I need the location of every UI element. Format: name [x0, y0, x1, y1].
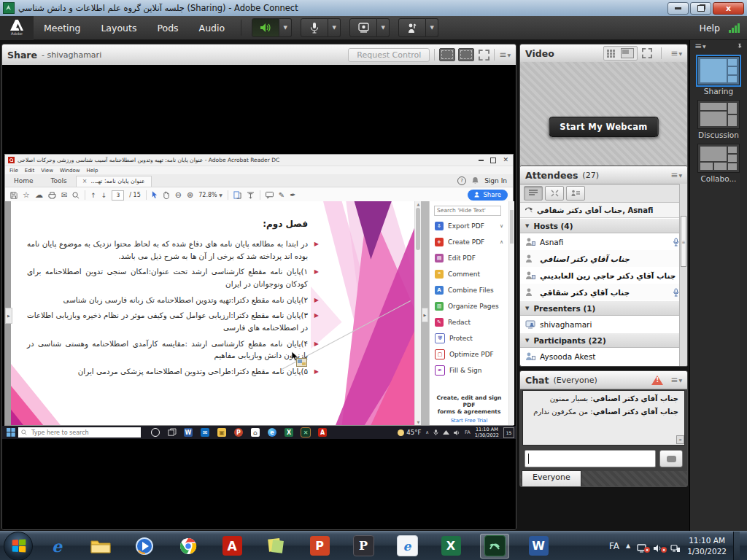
layout-discussion-thumbnail[interactable]	[697, 100, 740, 129]
taskbar-adobe-connect-icon[interactable]	[480, 534, 509, 559]
close-button[interactable]: x	[713, 2, 744, 15]
shared-language-indicator[interactable]: FA	[465, 429, 471, 435]
menu-help[interactable]: Help	[700, 23, 721, 34]
adobe-connect-taskbar-icon[interactable]: ✕	[301, 428, 310, 437]
tray-volume-muted-icon[interactable]: x	[654, 542, 664, 551]
acrobat-menu-view[interactable]: View	[41, 168, 53, 174]
tab-home[interactable]: Home	[5, 176, 42, 187]
taskbar-chrome-icon[interactable]	[174, 534, 203, 559]
tool-fill-sign[interactable]: ✒ Fill & Sign	[430, 362, 508, 378]
tool-create-pdf[interactable]: + Create PDF∧	[430, 234, 508, 250]
webcam-button[interactable]	[349, 18, 377, 37]
taskbar-powerpoint-icon[interactable]: P	[305, 534, 334, 559]
tool-organize-pages[interactable]: ▥ Organize Pages	[430, 298, 508, 314]
shared-search-box[interactable]	[18, 427, 141, 438]
taskbar-sticky-notes-icon[interactable]	[261, 534, 290, 559]
tool-combine-files[interactable]: A Combine Files	[430, 282, 508, 298]
taskbar-media-player-icon[interactable]	[130, 534, 159, 559]
video-pod-menu-icon[interactable]: ≡▼	[670, 48, 682, 58]
attendees-pod-menu-icon[interactable]: ≡▼	[670, 170, 682, 180]
layout-collaboration-thumbnail[interactable]	[697, 144, 740, 173]
help-icon[interactable]: ?	[457, 176, 466, 185]
chat-warning-icon[interactable]	[651, 376, 663, 385]
word-icon[interactable]: W	[184, 428, 193, 437]
acrobat-menu-help[interactable]: Help	[87, 168, 98, 174]
acrobat-minimize-button[interactable]	[479, 160, 484, 161]
fill-sign-icon[interactable]: ✒	[290, 191, 295, 199]
tab-tools[interactable]: Tools	[42, 176, 76, 187]
email-icon[interactable]: ✉	[61, 191, 67, 199]
taskbar-excel-icon[interactable]: X	[436, 534, 465, 559]
chat-input[interactable]	[525, 450, 656, 467]
tray-volume-icon[interactable]	[454, 429, 460, 436]
pencil-icon[interactable]: ✎	[279, 191, 285, 199]
taskbar-p-app-icon[interactable]: P	[349, 534, 378, 559]
tray-network-icon[interactable]	[670, 542, 681, 551]
speaker-dropdown[interactable]: ▼	[279, 18, 292, 37]
breakout-view-button[interactable]	[545, 186, 564, 201]
notification-bell-icon[interactable]	[472, 177, 479, 184]
attendee-row-host[interactable]: جناب آقاي دكتر حاجي زين العابديني	[520, 267, 687, 284]
microphone-dropdown[interactable]: ▼	[328, 18, 341, 37]
tool-optimize-pdf[interactable]: ▢ Optimize PDF	[430, 346, 508, 362]
layout-discussion-label[interactable]: Discussion	[690, 131, 747, 139]
menu-pods[interactable]: Pods	[147, 16, 188, 40]
start-webcam-button[interactable]: Start My Webcam	[549, 117, 659, 137]
speaker-button[interactable]	[252, 18, 279, 37]
tools-pane-toggle[interactable]: ▶	[422, 308, 428, 322]
shared-search-input[interactable]	[30, 429, 138, 437]
tool-protect[interactable]: ⛨ Protect	[430, 330, 508, 346]
participants-group-header[interactable]: ▼ Participants (22)	[520, 332, 687, 348]
weather-widget[interactable]: 45°F	[398, 429, 421, 436]
save-icon[interactable]	[10, 192, 18, 199]
taskbar-acrobat-icon[interactable]: A	[217, 534, 247, 559]
share-pod-menu-icon[interactable]: ≡▼	[499, 50, 511, 60]
zoom-in-icon[interactable]: ⊕	[187, 190, 193, 200]
taskbar-clock[interactable]: 11:10 AM1/30/2022	[687, 535, 727, 556]
select-tool-icon[interactable]	[152, 191, 158, 199]
attendee-row-host[interactable]: Asnafi	[520, 233, 687, 250]
excel-icon[interactable]: X	[285, 428, 293, 437]
zoom-level-dropdown[interactable]: 72.8% ▼	[198, 192, 222, 198]
microphone-button[interactable]	[301, 18, 328, 37]
video-grid-view-icon[interactable]	[607, 50, 615, 58]
acrobat-share-button[interactable]: Share	[468, 190, 508, 201]
raise-hand-dropdown[interactable]: ▼	[426, 18, 438, 37]
taskbar-explorer-icon[interactable]	[86, 534, 115, 559]
tray-expand-icon[interactable]: ∧	[425, 429, 429, 435]
file-explorer-icon[interactable]: ▣	[217, 428, 226, 437]
chat-tab-everyone[interactable]: Everyone	[522, 470, 581, 486]
attendee-row-participant[interactable]: Aysooda Akest	[520, 348, 687, 365]
attendees-scrollbar[interactable]: ≡	[679, 184, 687, 366]
tray-mic-icon[interactable]	[433, 429, 438, 436]
task-view-icon[interactable]	[168, 429, 176, 437]
hosts-group-header[interactable]: ▼ Hosts (4)	[520, 218, 687, 233]
chat-send-button[interactable]	[659, 450, 683, 467]
attendee-status-view-button[interactable]	[566, 186, 585, 201]
next-page-icon[interactable]: ↓	[101, 192, 107, 199]
search-icon[interactable]	[72, 192, 80, 199]
acrobat-close-button[interactable]: ✕	[503, 157, 508, 163]
tool-comment[interactable]: ❝ Comment	[430, 266, 508, 282]
menu-meeting[interactable]: Meeting	[34, 16, 90, 40]
fullscreen-icon[interactable]	[479, 50, 489, 61]
tool-redact[interactable]: ✎ Redact	[430, 314, 508, 330]
sign-in-link[interactable]: Sign In	[484, 177, 507, 184]
raise-hand-button[interactable]	[398, 18, 426, 37]
taskbar-ie2-icon[interactable]: e	[392, 534, 422, 559]
acrobat-taskbar-icon[interactable]: A	[318, 428, 327, 437]
layout-sharing-label[interactable]: Sharing	[690, 87, 747, 96]
taskbar-ie-icon[interactable]: e	[42, 534, 71, 559]
minimize-button[interactable]	[667, 2, 689, 15]
tab-close-icon[interactable]: ×	[82, 178, 88, 184]
print-icon[interactable]	[48, 192, 56, 199]
share-view-toggle2-icon[interactable]	[458, 48, 474, 61]
left-pane-toggle[interactable]: ▶	[5, 308, 12, 324]
edge-icon[interactable]: e	[268, 428, 276, 437]
store-icon[interactable]: ⌂	[251, 428, 260, 437]
attendee-row-host[interactable]: جناب آقاي دكتر اصنافي	[520, 250, 687, 267]
shared-start-icon[interactable]	[7, 428, 15, 437]
mail-icon[interactable]: ✉	[201, 428, 209, 437]
pin-icon[interactable]	[737, 43, 743, 49]
notification-center-icon[interactable]: 15	[503, 427, 514, 438]
